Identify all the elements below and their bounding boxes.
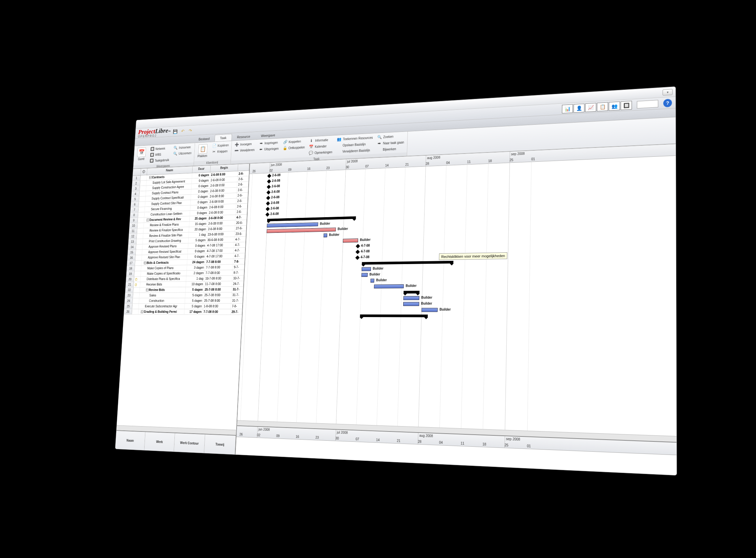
outline-toggle-icon[interactable]: − bbox=[146, 219, 149, 221]
task-bar[interactable] bbox=[371, 279, 374, 283]
task-row[interactable]: 26−Grading & Building Permi17 dagen7-7-0… bbox=[124, 309, 242, 315]
outline-toggle-icon[interactable]: − bbox=[149, 176, 152, 179]
ribbon-naar-taak-gaan-button[interactable]: ➡Naar taak gaan bbox=[376, 139, 405, 146]
day-tick: 21 bbox=[405, 163, 409, 166]
grid-body[interactable]: 1−Contracts0 dagen2-6-08 8:002-6-2Supply… bbox=[117, 171, 249, 430]
view-button-5[interactable]: 🔲 bbox=[621, 101, 632, 110]
ribbon-zoeken-button[interactable]: 🔍Zoeken bbox=[376, 133, 405, 140]
milestone-icon[interactable] bbox=[267, 185, 271, 189]
milestone-icon[interactable] bbox=[356, 244, 360, 248]
milestone-icon[interactable] bbox=[266, 207, 270, 211]
milestone-icon[interactable] bbox=[267, 179, 271, 183]
ribbon-plakken-button[interactable]: 📋Plakken bbox=[196, 143, 209, 159]
day-tick: 01 bbox=[531, 157, 535, 161]
outline-toggle-icon[interactable]: − bbox=[144, 262, 146, 264]
detail-col-werk[interactable]: Werk bbox=[144, 432, 175, 451]
ribbon-gantt-button[interactable]: 📅Gantt bbox=[136, 147, 147, 162]
task-bar[interactable] bbox=[362, 267, 371, 271]
menu-tab-bestand[interactable]: Bestand bbox=[193, 135, 215, 143]
day-tick: 01 bbox=[527, 444, 531, 448]
milestone-icon[interactable] bbox=[267, 174, 271, 178]
window-menu-dropdown[interactable] bbox=[663, 89, 673, 96]
ribbon-kalender-button[interactable]: 📅Kalender bbox=[308, 143, 333, 150]
task-row[interactable]: 24Construction5 dagen25-7-08 8:0031-7- bbox=[125, 298, 243, 304]
view-button-2[interactable]: 📈 bbox=[585, 103, 596, 112]
outline-toggle-icon[interactable]: − bbox=[146, 289, 148, 291]
col-info[interactable]: ⓘ bbox=[141, 168, 147, 175]
summary-bar[interactable] bbox=[360, 315, 428, 317]
view-button-1[interactable]: 👤 bbox=[573, 103, 584, 113]
day-tick: 25 bbox=[509, 158, 513, 162]
day-tick: 09 bbox=[288, 168, 291, 172]
day-tick: 23 bbox=[315, 436, 319, 440]
ribbon-kopiëren-button[interactable]: 📄Kopiëren bbox=[211, 142, 230, 149]
redo-icon[interactable]: ↷ bbox=[188, 127, 193, 133]
bar-label: Builder bbox=[421, 296, 432, 299]
milestone-icon[interactable] bbox=[356, 250, 360, 254]
ribbon-wbs-button[interactable]: 🔲WBS bbox=[149, 151, 170, 158]
task-bar[interactable] bbox=[403, 302, 419, 306]
menu-tab-taak[interactable]: Taak bbox=[215, 134, 232, 142]
search-box[interactable] bbox=[637, 100, 658, 108]
milestone-icon[interactable] bbox=[355, 256, 360, 260]
ribbon-koppelen-button[interactable]: 🔗Koppelen bbox=[282, 138, 306, 145]
outline-toggle-icon[interactable]: − bbox=[141, 310, 143, 313]
task-row[interactable]: 25Execute Subcontractor Agr5 dagen1-8-08… bbox=[124, 304, 243, 309]
help-button[interactable]: ? bbox=[663, 98, 672, 107]
month-label: aug 2008 bbox=[419, 434, 433, 438]
task-bar[interactable] bbox=[324, 234, 328, 237]
summary-bar[interactable] bbox=[362, 261, 453, 265]
save-icon[interactable]: 💾 bbox=[172, 128, 178, 134]
ribbon-inspringen-button[interactable]: ➡Inspringen bbox=[258, 140, 280, 146]
task-bar[interactable] bbox=[343, 238, 358, 243]
menu-tab-weergave[interactable]: Weergave bbox=[255, 131, 281, 139]
ribbon-informatie-button[interactable]: ℹInformatie bbox=[308, 137, 333, 144]
col-end[interactable] bbox=[238, 164, 249, 171]
col-rownum[interactable] bbox=[133, 169, 141, 176]
day-tick: 21 bbox=[397, 439, 400, 443]
task-row[interactable]: 23Sales5 dagen25-7-08 8:0031-7- bbox=[125, 293, 243, 299]
milestone-icon[interactable] bbox=[266, 190, 270, 194]
gantt-body[interactable]: Rechtsklikken voor meer mogelijkheden 2-… bbox=[237, 156, 676, 436]
undo-icon[interactable]: ↶ bbox=[180, 128, 185, 134]
day-tick: 26 bbox=[252, 170, 255, 173]
ribbon-invoegen-button[interactable]: ➕Invoegen bbox=[234, 141, 255, 147]
col-begin[interactable]: Begin bbox=[210, 164, 238, 172]
ribbon-taakgebruik-button[interactable]: 🔲Taakgebruik bbox=[149, 157, 170, 163]
task-bar[interactable] bbox=[403, 296, 419, 300]
milestone-label: 2-6-08 bbox=[271, 201, 279, 204]
task-bar[interactable] bbox=[421, 308, 438, 312]
col-duration[interactable]: Duur bbox=[192, 166, 211, 173]
day-tick: 02 bbox=[269, 169, 272, 172]
task-bar[interactable] bbox=[267, 222, 318, 227]
menu-tab-resource[interactable]: Resource bbox=[232, 133, 256, 141]
task-bar[interactable] bbox=[266, 227, 336, 233]
milestone-icon[interactable] bbox=[266, 196, 270, 200]
detail-col-werk contour[interactable]: Werk Contour bbox=[174, 433, 205, 453]
milestone-icon[interactable] bbox=[266, 201, 270, 205]
view-button-0[interactable]: 📊 bbox=[562, 104, 573, 113]
ribbon-opmerkingen-button[interactable]: 💬Opmerkingen bbox=[308, 149, 333, 156]
summary-bar[interactable] bbox=[267, 216, 356, 221]
ribbon-ontkoppelen-button[interactable]: 🔓Ontkoppelen bbox=[282, 144, 306, 151]
ribbon-verwijderen-basislijn-button[interactable]: Verwijderen Basislijn bbox=[336, 147, 373, 155]
ribbon-uitspringen-button[interactable]: ⬅Uitspringen bbox=[258, 146, 280, 152]
task-row[interactable]: 22−Review Bids5 dagen25-7-08 8:0031-7- bbox=[125, 287, 243, 293]
task-bar[interactable] bbox=[374, 284, 404, 289]
ribbon-uitzoomen-button[interactable]: 🔍Uitzoomen bbox=[173, 150, 192, 157]
ribbon-inzoomen-button[interactable]: 🔍Inzoomen bbox=[173, 144, 193, 151]
view-button-3[interactable]: 📋 bbox=[597, 102, 608, 111]
bar-label: Builder bbox=[439, 308, 451, 311]
task-bar[interactable] bbox=[361, 273, 368, 277]
ribbon-verwijderen-button[interactable]: ➖Verwijderen bbox=[233, 147, 255, 153]
detail-col-naam[interactable]: Naam bbox=[115, 431, 146, 450]
day-tick: 07 bbox=[356, 437, 359, 441]
ribbon-bijwerken-button[interactable]: Bijwerken bbox=[376, 146, 405, 153]
milestone-icon[interactable] bbox=[265, 212, 269, 216]
view-button-4[interactable]: 👥 bbox=[609, 101, 620, 111]
ribbon-knippen-button[interactable]: ✂Knippen bbox=[211, 148, 229, 155]
day-tick: 11 bbox=[460, 441, 464, 445]
summary-bar[interactable] bbox=[404, 291, 420, 294]
ribbon-netwerk-button[interactable]: 🔲Netwerk bbox=[150, 145, 171, 152]
detail-col-toewij[interactable]: Toewij bbox=[204, 434, 236, 454]
